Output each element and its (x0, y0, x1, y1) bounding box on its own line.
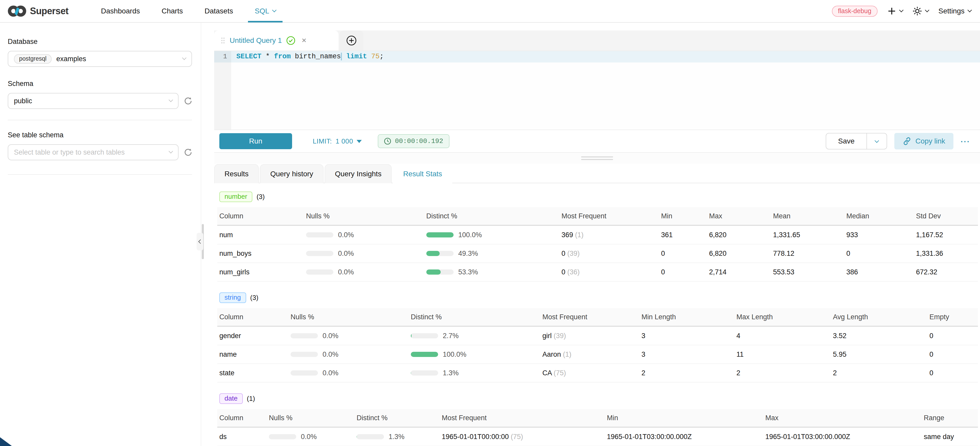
tab-query-insights[interactable]: Query Insights (325, 164, 392, 183)
stat-value-cell: 1,167.52 (916, 231, 978, 239)
save-options-caret[interactable] (867, 133, 887, 150)
table-row: ds0.0%1.3%1965-01-01T00:00:00 (75)1965-0… (217, 428, 978, 446)
drag-handle-icon[interactable] (221, 37, 225, 44)
nav-item-datasets[interactable]: Datasets (194, 0, 244, 22)
nulls-percent-value: 0.0% (323, 350, 339, 358)
schema-label: Schema (8, 80, 192, 88)
nav-item-charts[interactable]: Charts (151, 0, 194, 22)
refresh-tables-button[interactable] (184, 148, 192, 156)
nulls-percent-bar (291, 352, 318, 357)
splitter-drag-handle[interactable] (581, 156, 613, 162)
database-label: Database (8, 38, 192, 46)
nulls-percent-cell: 0.0% (269, 433, 356, 441)
column-header-nulls-: Nulls % (306, 212, 426, 220)
superset-logo[interactable]: Superset (8, 5, 68, 17)
stat-value-cell: 0 (929, 369, 978, 377)
distinct-percent-value: 1.3% (443, 369, 459, 377)
column-header-min: Min (661, 212, 709, 220)
close-tab-icon[interactable]: ✕ (301, 37, 307, 44)
table-select[interactable]: Select table or type to search tables (8, 144, 178, 160)
pane-splitter (214, 153, 980, 164)
stat-value-cell: 0 (929, 332, 978, 340)
brand-name: Superset (30, 6, 68, 16)
nulls-percent-value: 0.0% (301, 433, 317, 441)
sidebar-divider (8, 174, 192, 175)
refresh-icon (184, 97, 192, 105)
column-header-column: Column (217, 313, 291, 321)
table-row: num_boys0.0%49.3%0 (39)06,820778.1201,33… (217, 244, 978, 263)
nulls-percent-bar (306, 232, 333, 237)
distinct-percent-bar (426, 251, 453, 256)
caret-down-icon (356, 140, 362, 143)
query-success-check-icon (286, 36, 295, 45)
stat-value-cell: 5.95 (833, 350, 929, 358)
refresh-schemas-button[interactable] (184, 97, 192, 105)
chevron-down-icon (272, 8, 277, 13)
most-frequent-cell: 369 (1) (562, 231, 661, 239)
refresh-icon (184, 148, 192, 156)
sql-lab-sidebar: Database postgresql examples Schema publ… (0, 23, 201, 446)
column-header-most-frequent: Most Frequent (442, 414, 607, 422)
collapse-sidebar-button[interactable] (197, 233, 203, 250)
sql-lab-app: Superset DashboardsChartsDatasetsSQL fla… (0, 0, 980, 446)
nav-item-label: SQL (255, 7, 269, 15)
editor-gutter (214, 51, 231, 129)
results-tab-bar: ResultsQuery historyQuery InsightsResult… (214, 164, 980, 183)
save-split-button: Save (826, 133, 887, 150)
stat-column-name: num (217, 231, 306, 239)
distinct-percent-value: 100.0% (458, 231, 482, 239)
copy-link-button[interactable]: Copy link (894, 133, 953, 150)
column-header-median: Median (846, 212, 916, 220)
nav-item-sql[interactable]: SQL (244, 0, 287, 22)
table-row: name0.0%100.0%Aaron (1)3115.950 (217, 345, 978, 364)
stat-value-cell: 386 (846, 268, 916, 276)
query-tab-strip: Untitled Query 1 ✕ (214, 30, 980, 51)
sidebar-divider (8, 120, 192, 120)
editor-toolbar: Run LIMIT: 1 000 00:00:00.192 Save (214, 129, 980, 153)
schema-value: public (14, 97, 32, 105)
limit-dropdown[interactable]: LIMIT: 1 000 (313, 137, 362, 145)
nulls-percent-bar (306, 251, 333, 256)
superset-infinity-icon (8, 5, 26, 17)
stat-value-cell: 6,820 (709, 231, 773, 239)
column-header-distinct-: Distinct % (411, 313, 542, 321)
distinct-percent-cell: 49.3% (426, 250, 562, 258)
top-nav-bar: Superset DashboardsChartsDatasetsSQL fla… (0, 0, 980, 23)
most-frequent-value: 0 (562, 268, 565, 276)
nav-item-label: Dashboards (101, 7, 140, 15)
stat-value-cell: 553.53 (773, 268, 846, 276)
column-header-most-frequent: Most Frequent (562, 212, 661, 220)
distinct-percent-bar (411, 370, 438, 376)
more-actions-button[interactable]: ... (961, 135, 971, 147)
tab-results[interactable]: Results (214, 164, 259, 183)
column-header-mean: Mean (773, 212, 846, 220)
column-count: (3) (250, 294, 259, 302)
column-type-badge: date (220, 393, 243, 404)
sql-code-line: SELECT * from birth_names limit 75; (236, 53, 384, 61)
distinct-percent-value: 100.0% (443, 350, 466, 358)
tab-query-history[interactable]: Query history (260, 164, 324, 183)
stats-table-header: ColumnNulls %Distinct %Most FrequentMinM… (217, 207, 978, 226)
database-select[interactable]: postgresql examples (8, 51, 192, 67)
nulls-percent-bar (291, 370, 318, 376)
run-query-button[interactable]: Run (220, 133, 292, 149)
sql-code-editor[interactable]: 1 SELECT * from birth_names limit 75; (214, 51, 980, 129)
stat-column-name: num_boys (217, 250, 306, 258)
stats-section-string: string(3)ColumnNulls %Distinct %Most Fre… (217, 292, 978, 382)
nav-item-dashboards[interactable]: Dashboards (90, 0, 151, 22)
query-tab[interactable]: Untitled Query 1 ✕ (214, 30, 339, 51)
new-query-tab-button[interactable] (340, 30, 363, 51)
new-item-button[interactable] (888, 7, 903, 16)
schema-select[interactable]: public (8, 93, 178, 109)
tab-result-stats[interactable]: Result Stats (393, 164, 452, 183)
settings-menu[interactable]: Settings (939, 7, 971, 15)
save-button[interactable]: Save (826, 133, 867, 150)
stats-section-number: number(3)ColumnNulls %Distinct %Most Fre… (217, 191, 978, 282)
theme-toggle-button[interactable] (913, 6, 929, 16)
chevron-left-icon (199, 239, 203, 244)
stat-value-cell: 0 (661, 268, 709, 276)
main-nav: DashboardsChartsDatasetsSQL (90, 0, 287, 22)
distinct-percent-value: 1.3% (388, 433, 404, 441)
column-header-column: Column (217, 212, 306, 220)
line-number: 1 (214, 51, 231, 62)
